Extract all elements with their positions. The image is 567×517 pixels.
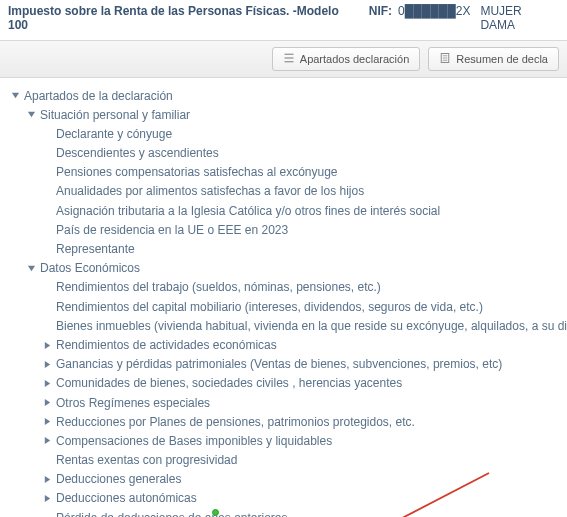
tree-container: Apartados de la declaración Situación pe… bbox=[0, 78, 567, 517]
chevron-right-icon bbox=[42, 474, 52, 484]
tree-leaf[interactable]: Pensiones compensatorias satisfechas al … bbox=[42, 163, 561, 182]
tree-leaf[interactable]: Declarante y cónyuge bbox=[42, 124, 561, 143]
summary-button-label: Resumen de decla bbox=[456, 53, 548, 65]
tree-leaf-label: Rentas exentas con progresividad bbox=[56, 452, 237, 468]
svg-marker-12 bbox=[44, 380, 49, 387]
tree-leaf[interactable]: Rendimientos del trabajo (sueldos, nómin… bbox=[42, 278, 561, 297]
sections-button-label: Apartados declaración bbox=[300, 53, 409, 65]
tree-node-label: Ganancias y pérdidas patrimoniales (Vent… bbox=[56, 356, 502, 372]
tree-node-collapsed[interactable]: Comunidades de bienes, sociedades civile… bbox=[42, 374, 561, 393]
tree-leaf-label: Descendientes y ascendientes bbox=[56, 145, 219, 161]
tree-leaf[interactable]: Asignación tributaria a la Iglesia Catól… bbox=[42, 201, 561, 220]
toolbar: Apartados declaración Resumen de decla bbox=[0, 40, 567, 78]
chevron-right-icon bbox=[42, 340, 52, 350]
svg-marker-14 bbox=[44, 418, 49, 425]
chevron-down-icon bbox=[10, 91, 20, 101]
tree-node-collapsed[interactable]: Otros Regímenes especiales bbox=[42, 393, 561, 412]
sections-button[interactable]: Apartados declaración bbox=[272, 47, 420, 71]
svg-marker-17 bbox=[44, 495, 49, 502]
chevron-down-icon bbox=[26, 110, 36, 120]
tree-node-situacion[interactable]: Situación personal y familiar bbox=[26, 105, 561, 124]
tree-node-collapsed[interactable]: Rendimientos de actividades económicas bbox=[42, 335, 561, 354]
chevron-right-icon bbox=[42, 378, 52, 388]
tree-leaf-label: Asignación tributaria a la Iglesia Catól… bbox=[56, 203, 440, 219]
chevron-right-icon bbox=[42, 359, 52, 369]
tree-leaf[interactable]: Representante bbox=[42, 240, 561, 259]
svg-marker-16 bbox=[44, 476, 49, 483]
tree-leaf-label: Representante bbox=[56, 241, 135, 257]
svg-marker-11 bbox=[44, 361, 49, 368]
chevron-right-icon bbox=[42, 494, 52, 504]
tree-node-collapsed[interactable]: Ganancias y pérdidas patrimoniales (Vent… bbox=[42, 355, 561, 374]
tree-node-label: Deducciones autonómicas bbox=[56, 490, 197, 506]
nif-value: 0██████2X bbox=[398, 4, 470, 18]
tree-root[interactable]: Apartados de la declaración bbox=[10, 86, 561, 105]
page-title: Impuesto sobre la Renta de las Personas … bbox=[8, 4, 359, 32]
header: Impuesto sobre la Renta de las Personas … bbox=[0, 0, 567, 34]
tree-leaf[interactable]: Anualidades por alimentos satisfechas a … bbox=[42, 182, 561, 201]
list-icon bbox=[283, 52, 295, 66]
svg-marker-8 bbox=[27, 112, 34, 117]
chevron-right-icon bbox=[42, 398, 52, 408]
tree-leaf-label: País de residencia en la UE o EEE en 202… bbox=[56, 222, 288, 238]
svg-marker-7 bbox=[11, 93, 18, 98]
tree-leaf-label: Bienes inmuebles (vivienda habitual, viv… bbox=[56, 318, 567, 334]
chevron-right-icon bbox=[42, 436, 52, 446]
svg-marker-9 bbox=[27, 266, 34, 271]
nif-label: NIF: bbox=[369, 4, 392, 18]
tree-leaf[interactable]: Rendimientos del capital mobiliario (int… bbox=[42, 297, 561, 316]
tree-node-label: Rendimientos de actividades económicas bbox=[56, 337, 277, 353]
tree-node-label: Deducciones generales bbox=[56, 471, 181, 487]
tree-node-collapsed[interactable]: Compensaciones de Bases imponibles y liq… bbox=[42, 431, 561, 450]
tree-node-collapsed[interactable]: Reducciones por Planes de pensiones, pat… bbox=[42, 412, 561, 431]
chevron-right-icon bbox=[42, 417, 52, 427]
tree-node-label: Reducciones por Planes de pensiones, pat… bbox=[56, 414, 415, 430]
tree-leaf-label: Pensiones compensatorias satisfechas al … bbox=[56, 164, 338, 180]
tree-node-collapsed[interactable]: Deducciones generales bbox=[42, 470, 561, 489]
tree-node-label: Comunidades de bienes, sociedades civile… bbox=[56, 375, 402, 391]
tree-leaf-label: Anualidades por alimentos satisfechas a … bbox=[56, 183, 364, 199]
svg-marker-13 bbox=[44, 399, 49, 406]
svg-marker-15 bbox=[44, 437, 49, 444]
summary-button[interactable]: Resumen de decla bbox=[428, 47, 559, 71]
tree-leaf-label: Pérdida de deducciones de años anteriore… bbox=[56, 510, 288, 517]
tree-leaf[interactable]: Pérdida de deducciones de años anteriore… bbox=[42, 508, 561, 517]
tree-node-label: Datos Económicos bbox=[40, 260, 140, 276]
tree-root-label: Apartados de la declaración bbox=[24, 88, 173, 104]
svg-marker-10 bbox=[44, 341, 49, 348]
tree-node-label: Situación personal y familiar bbox=[40, 107, 190, 123]
tree-leaf-label: Rendimientos del capital mobiliario (int… bbox=[56, 299, 483, 315]
tree-leaf-label: Declarante y cónyuge bbox=[56, 126, 172, 142]
tree-leaf[interactable]: Bienes inmuebles (vivienda habitual, viv… bbox=[42, 316, 561, 335]
tree-leaf[interactable]: País de residencia en la UE o EEE en 202… bbox=[42, 220, 561, 239]
tree-node-label: Compensaciones de Bases imponibles y liq… bbox=[56, 433, 332, 449]
tree-leaf-label: Rendimientos del trabajo (sueldos, nómin… bbox=[56, 279, 381, 295]
tree-node-collapsed[interactable]: Deducciones autonómicas bbox=[42, 489, 561, 508]
nif-name: MUJER DAMA bbox=[480, 4, 559, 32]
tree-leaf[interactable]: Descendientes y ascendientes bbox=[42, 144, 561, 163]
tree-node-datos[interactable]: Datos Económicos bbox=[26, 259, 561, 278]
document-icon bbox=[439, 52, 451, 66]
tree-node-label: Otros Regímenes especiales bbox=[56, 395, 210, 411]
tree-leaf[interactable]: Rentas exentas con progresividad bbox=[42, 451, 561, 470]
chevron-down-icon bbox=[26, 263, 36, 273]
